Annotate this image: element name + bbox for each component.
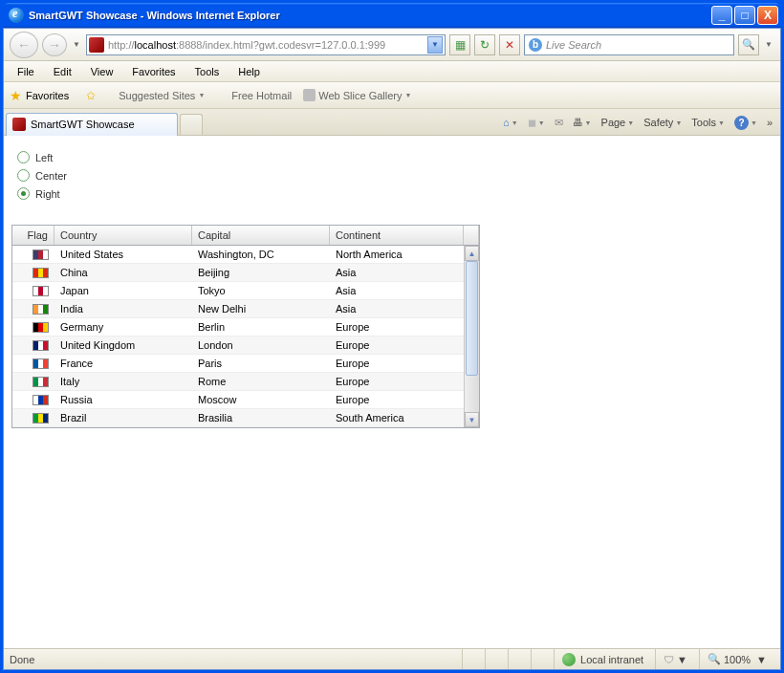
- flag-icon: [33, 286, 49, 296]
- menu-view[interactable]: View: [81, 63, 123, 80]
- radio-center-input[interactable]: [17, 169, 30, 182]
- search-dropdown[interactable]: ▼: [763, 40, 774, 49]
- address-bar[interactable]: http://localhost:8888/index.html?gwt.cod…: [86, 34, 446, 55]
- table-row[interactable]: United StatesWashington, DCNorth America: [12, 246, 479, 264]
- cell-continent: Europe: [330, 373, 464, 390]
- ie-logo-icon: [9, 8, 24, 23]
- status-protected-mode[interactable]: 🛡 ▼: [655, 649, 695, 669]
- menu-favorites[interactable]: Favorites: [122, 63, 185, 80]
- cell-continent: Asia: [330, 282, 464, 299]
- compat-view-button[interactable]: ▦: [449, 34, 470, 55]
- help-button[interactable]: ?▼: [730, 112, 761, 133]
- grid-scrollbar[interactable]: ▲ ▼: [464, 246, 479, 427]
- suggested-sites-link[interactable]: Suggested Sites ▼: [99, 87, 208, 103]
- grid-header: Flag Country Capital Continent: [12, 226, 479, 246]
- window-title: SmartGWT Showcase - Windows Internet Exp…: [29, 10, 709, 21]
- menu-help[interactable]: Help: [229, 63, 270, 80]
- flag-icon: [33, 322, 49, 333]
- table-row[interactable]: ItalyRomeEurope: [12, 373, 479, 391]
- tools-menu[interactable]: Tools▼: [687, 112, 729, 133]
- menu-tools[interactable]: Tools: [185, 63, 229, 80]
- feeds-button[interactable]: ◼▼: [524, 112, 549, 133]
- table-row[interactable]: FranceParisEurope: [12, 355, 479, 373]
- flag-icon: [33, 413, 49, 423]
- web-slice-gallery-link[interactable]: Web Slice Gallery ▼: [299, 87, 415, 103]
- safety-menu[interactable]: Safety▼: [640, 112, 686, 133]
- status-cell-4: [531, 649, 550, 669]
- status-bar: Done Local intranet 🛡 ▼ 🔍 100% ▼: [4, 648, 780, 669]
- window-maximize-button[interactable]: □: [734, 6, 755, 25]
- read-mail-button[interactable]: ✉: [551, 112, 567, 133]
- stop-button[interactable]: ✕: [499, 34, 520, 55]
- menu-bar: File Edit View Favorites Tools Help: [4, 61, 780, 82]
- forward-button[interactable]: →: [42, 33, 67, 56]
- address-dropdown[interactable]: ▼: [427, 36, 443, 54]
- window-minimize-button[interactable]: _: [711, 6, 732, 25]
- table-row[interactable]: JapanTokyoAsia: [12, 282, 479, 300]
- back-button[interactable]: ←: [10, 32, 38, 58]
- mail-icon: ✉: [555, 117, 563, 129]
- print-button[interactable]: 🖶▼: [569, 112, 596, 133]
- free-hotmail-link[interactable]: Free Hotmail: [212, 87, 295, 103]
- table-row[interactable]: BrazilBrasiliaSouth America: [12, 409, 479, 427]
- alignment-radio-group: Left Center Right: [17, 151, 773, 200]
- menu-file[interactable]: File: [8, 63, 44, 80]
- webslice-icon: [303, 89, 316, 101]
- col-continent[interactable]: Continent: [330, 226, 464, 245]
- tab-smartgwt-showcase[interactable]: SmartGWT Showcase: [6, 113, 178, 136]
- cell-country: France: [54, 355, 192, 372]
- window-titlebar: SmartGWT Showcase - Windows Internet Exp…: [3, 3, 781, 28]
- cell-capital: Brasilia: [192, 409, 330, 426]
- scroll-down-button[interactable]: ▼: [465, 412, 479, 427]
- status-text: Done: [10, 654, 34, 665]
- search-box[interactable]: b Live Search: [524, 34, 734, 55]
- cell-capital: Rome: [192, 373, 330, 390]
- table-row[interactable]: GermanyBerlinEurope: [12, 318, 479, 336]
- status-zone: Local intranet: [554, 649, 651, 669]
- shield-icon: 🛡: [664, 654, 674, 665]
- radio-left[interactable]: Left: [17, 151, 773, 163]
- radio-center[interactable]: Center: [17, 169, 773, 182]
- flag-icon: [33, 304, 49, 315]
- toolbar-overflow[interactable]: »: [763, 117, 776, 128]
- radio-right-input[interactable]: [17, 187, 30, 200]
- cell-capital: Paris: [192, 355, 330, 372]
- menu-edit[interactable]: Edit: [44, 63, 81, 80]
- cell-country: Russia: [54, 391, 192, 408]
- table-row[interactable]: United KingdomLondonEurope: [12, 336, 479, 355]
- favorites-star-icon: ★: [10, 88, 22, 103]
- new-tab-button[interactable]: [180, 114, 203, 135]
- favorites-label[interactable]: Favorites: [26, 90, 69, 101]
- flag-icon: [33, 377, 49, 387]
- nav-history-dropdown[interactable]: ▼: [71, 40, 82, 49]
- nav-toolbar: ← → ▼ http://localhost:8888/index.html?g…: [4, 29, 780, 61]
- table-row[interactable]: IndiaNew DelhiAsia: [12, 300, 479, 318]
- refresh-button[interactable]: ↻: [474, 34, 495, 55]
- window-close-button[interactable]: X: [757, 6, 778, 25]
- site-icon: [89, 37, 104, 53]
- cell-capital: Tokyo: [192, 282, 330, 299]
- status-zoom[interactable]: 🔍 100% ▼: [699, 649, 774, 669]
- page-menu[interactable]: Page▼: [598, 112, 639, 133]
- add-favorite-icon[interactable]: ✩: [86, 89, 96, 102]
- home-button[interactable]: ⌂▼: [499, 112, 522, 133]
- scroll-thumb[interactable]: [466, 261, 478, 376]
- radio-right[interactable]: Right: [17, 187, 773, 200]
- table-row[interactable]: ChinaBeijingAsia: [12, 264, 479, 282]
- col-capital[interactable]: Capital: [192, 226, 330, 245]
- col-country[interactable]: Country: [54, 226, 192, 245]
- cell-continent: Asia: [330, 300, 464, 317]
- cell-continent: Europe: [330, 318, 464, 336]
- search-go-button[interactable]: 🔍: [738, 34, 759, 55]
- flag-icon: [33, 340, 49, 351]
- tab-bar: SmartGWT Showcase ⌂▼ ◼▼ ✉ 🖶▼ Page▼ Safet…: [4, 109, 780, 136]
- rss-icon: ◼: [528, 117, 536, 129]
- cell-country: India: [54, 300, 192, 317]
- radio-left-input[interactable]: [17, 151, 30, 163]
- scroll-up-button[interactable]: ▲: [465, 246, 479, 261]
- zoom-icon: 🔍: [708, 653, 721, 665]
- table-row[interactable]: RussiaMoscowEurope: [12, 391, 479, 409]
- col-flag[interactable]: Flag: [12, 226, 54, 245]
- ie-small-icon: [103, 89, 116, 101]
- cell-country: Japan: [54, 282, 192, 299]
